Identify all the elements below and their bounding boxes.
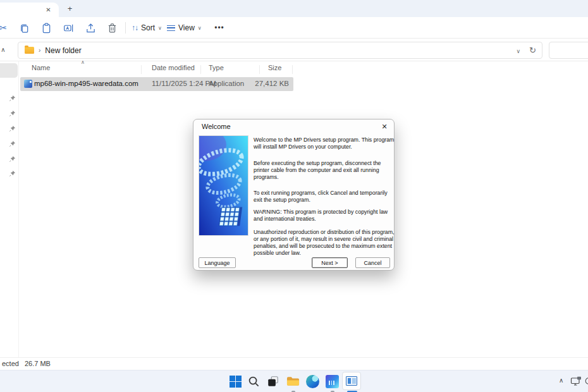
- column-divider[interactable]: [259, 65, 260, 74]
- file-explorer-taskbar-button[interactable]: [284, 372, 302, 390]
- explorer-tab[interactable]: ✕: [0, 3, 59, 17]
- taskbar: ∧: [0, 370, 588, 392]
- sort-ascending-icon: ∧: [81, 59, 85, 65]
- pin-icon: [9, 140, 16, 147]
- cut-icon: ✂: [0, 23, 7, 33]
- column-divider[interactable]: [200, 65, 201, 74]
- address-row: ∧ › New folder ∨ ↻: [0, 39, 588, 61]
- file-type: Application: [209, 80, 244, 87]
- sort-label: Sort: [141, 23, 155, 32]
- windows-logo-icon: [230, 376, 242, 388]
- tray-overflow-button[interactable]: ∧: [559, 377, 563, 384]
- status-bar: ected26.7 MB: [0, 357, 588, 369]
- dialog-body-text: Welcome to the MP Drivers setup program.…: [254, 135, 395, 257]
- copy-icon: [19, 23, 30, 34]
- column-header-type[interactable]: Type: [209, 64, 224, 71]
- pin-icon: [9, 125, 16, 132]
- sort-button[interactable]: ↑↓ Sort ∨: [127, 20, 166, 36]
- dialog-paragraph: Before executing the setup program, disc…: [254, 160, 395, 181]
- pin-icon: [9, 110, 16, 117]
- display-tray-icon[interactable]: [570, 376, 582, 386]
- status-text: ected26.7 MB: [2, 360, 51, 367]
- more-options-button[interactable]: •••: [211, 20, 228, 36]
- next-button[interactable]: Next >: [312, 257, 348, 268]
- address-dropdown-icon[interactable]: ∨: [516, 48, 520, 54]
- refresh-icon[interactable]: ↻: [529, 46, 536, 55]
- search-icon: [248, 376, 260, 388]
- status-size: 26.7 MB: [25, 360, 51, 367]
- task-view-icon: [267, 375, 279, 388]
- tray-partial-icon[interactable]: [584, 376, 588, 386]
- copy-button[interactable]: [16, 20, 32, 36]
- chevron-down-icon: ∨: [158, 25, 162, 31]
- delete-icon: [107, 23, 118, 34]
- screen: ✕ + ✂: [0, 0, 588, 392]
- tab-close-icon[interactable]: ✕: [44, 5, 53, 15]
- taskbar-search-button[interactable]: [245, 372, 262, 390]
- start-button[interactable]: [226, 372, 244, 390]
- welcome-dialog: Welcome ✕ We: [193, 119, 395, 271]
- edge-taskbar-button[interactable]: [303, 372, 321, 390]
- folder-icon: [25, 47, 34, 54]
- dialog-paragraph: Unauthorized reproduction or distributio…: [254, 229, 395, 257]
- explorer-tab-strip: ✕ +: [0, 0, 588, 17]
- share-icon: [85, 23, 96, 34]
- new-tab-button[interactable]: +: [64, 3, 75, 14]
- view-label: View: [178, 23, 195, 32]
- language-button[interactable]: Language: [199, 257, 236, 268]
- share-button[interactable]: [82, 20, 99, 36]
- column-header-date-modified[interactable]: Date modified: [152, 64, 195, 71]
- paste-icon: [41, 23, 52, 34]
- breadcrumb[interactable]: New folder: [45, 46, 81, 55]
- column-divider[interactable]: [141, 65, 142, 74]
- up-navigation-button[interactable]: ∧: [0, 44, 8, 54]
- delete-button[interactable]: [104, 20, 120, 36]
- address-bar[interactable]: › New folder ∨ ↻: [18, 42, 542, 59]
- file-size: 27,412 KB: [248, 80, 289, 87]
- view-button[interactable]: View ∨: [162, 20, 206, 36]
- sidebar-divider: [18, 61, 19, 357]
- edge-icon: [306, 375, 319, 388]
- search-input[interactable]: [549, 42, 588, 59]
- rename-button[interactable]: [60, 20, 77, 36]
- installer-window-icon: [346, 376, 357, 386]
- explorer-toolbar: ✂: [0, 17, 588, 39]
- dialog-paragraph: Welcome to the MP Drivers setup program.…: [254, 137, 395, 150]
- more-icon: •••: [214, 23, 224, 32]
- file-date-modified: 11/11/2025 1:24 PM: [152, 80, 216, 87]
- installer-window-taskbar-button[interactable]: [342, 372, 361, 390]
- chevron-down-icon: ∨: [198, 25, 202, 31]
- setup-artwork-image: [199, 135, 248, 236]
- file-name: mp68-win-mp495-waredata.com: [34, 80, 138, 87]
- rename-icon: [63, 23, 74, 34]
- column-header-name[interactable]: Name: [32, 64, 50, 71]
- cut-button[interactable]: ✂: [0, 20, 11, 36]
- pin-icon: [9, 95, 16, 102]
- sort-arrows-icon: ↑↓: [132, 23, 138, 32]
- application-file-icon: [24, 80, 32, 88]
- pin-icon: [9, 170, 16, 177]
- status-selected-fragment: ected: [2, 360, 19, 367]
- sidebar-selected-item[interactable]: [0, 63, 18, 78]
- file-explorer-icon: [286, 376, 300, 387]
- cancel-button[interactable]: Cancel: [355, 257, 390, 268]
- column-divider[interactable]: [292, 65, 293, 74]
- dialog-title: Welcome: [202, 123, 231, 130]
- column-header-size[interactable]: Size: [268, 64, 281, 71]
- view-list-icon: [167, 25, 175, 31]
- dialog-paragraph: To exit running programs, click Cancel a…: [254, 190, 395, 204]
- breadcrumb-separator-icon: ›: [39, 47, 40, 54]
- setup-taskbar-button[interactable]: [323, 372, 341, 390]
- pin-icon: [9, 156, 16, 162]
- dialog-paragraph: WARNING: This program is protected by co…: [254, 209, 395, 223]
- mp-setup-icon: [326, 375, 339, 388]
- task-view-button[interactable]: [264, 372, 282, 390]
- table-row[interactable]: mp68-win-mp495-waredata.com 11/11/2025 1…: [20, 77, 293, 91]
- dialog-close-button[interactable]: ✕: [379, 121, 389, 132]
- paste-button[interactable]: [38, 20, 54, 36]
- toolbar-divider: [125, 22, 126, 34]
